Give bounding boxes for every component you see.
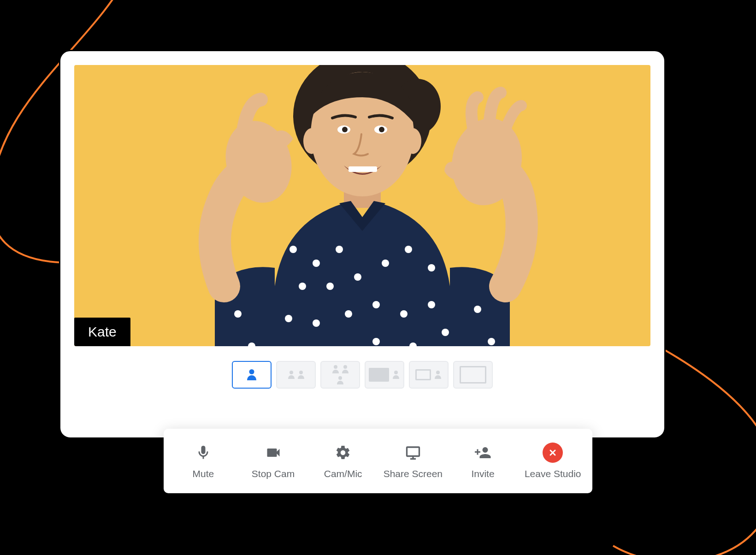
rect-icon — [415, 369, 431, 380]
svg-point-7 — [342, 127, 348, 132]
svg-point-21 — [313, 319, 320, 327]
svg-point-15 — [326, 283, 334, 290]
invite-label: Invite — [471, 468, 494, 479]
studio-panel: Kate — [59, 50, 666, 439]
stop-cam-label: Stop Cam — [252, 468, 295, 479]
stop-cam-button[interactable]: Stop Cam — [238, 429, 308, 493]
rect-icon — [369, 368, 389, 382]
layout-spotlight-rect[interactable] — [409, 361, 449, 389]
layout-spotlight-one[interactable] — [365, 361, 404, 389]
svg-point-20 — [285, 315, 292, 322]
svg-point-22 — [345, 310, 352, 318]
svg-point-13 — [336, 246, 343, 253]
mute-button[interactable]: Mute — [168, 429, 238, 493]
mic-icon — [193, 443, 213, 463]
leave-studio-button[interactable]: Leave Studio — [518, 429, 588, 493]
svg-point-16 — [354, 273, 361, 281]
share-screen-label: Share Screen — [384, 468, 443, 479]
layout-picker — [232, 361, 493, 389]
video-feed: Kate — [74, 65, 650, 346]
mute-label: Mute — [192, 468, 214, 479]
person-icon — [324, 376, 356, 384]
svg-point-5 — [405, 128, 421, 154]
svg-point-12 — [313, 260, 320, 267]
svg-point-17 — [382, 260, 389, 267]
participant-name: Kate — [88, 324, 117, 339]
invite-button[interactable]: Invite — [448, 429, 518, 493]
layout-blank[interactable] — [453, 361, 493, 389]
svg-point-30 — [442, 329, 449, 336]
person-icon — [341, 365, 349, 373]
leave-studio-label: Leave Studio — [525, 468, 581, 479]
svg-point-18 — [405, 246, 412, 253]
svg-point-24 — [400, 310, 408, 318]
person-icon — [297, 371, 305, 379]
rect-icon — [460, 366, 486, 384]
svg-point-4 — [303, 128, 320, 154]
layout-two[interactable] — [276, 361, 316, 389]
share-screen-button[interactable]: Share Screen — [378, 429, 448, 493]
svg-point-11 — [289, 246, 297, 253]
svg-point-9 — [379, 127, 384, 132]
layout-single[interactable] — [232, 361, 272, 389]
participant-video — [155, 65, 570, 346]
svg-point-14 — [299, 283, 306, 290]
layout-three[interactable] — [320, 361, 360, 389]
svg-point-33 — [474, 306, 481, 313]
screen-icon — [403, 443, 423, 463]
person-icon — [434, 371, 442, 379]
svg-point-23 — [372, 301, 380, 308]
svg-point-28 — [372, 338, 380, 345]
camera-icon — [263, 443, 284, 463]
person-icon — [246, 369, 257, 380]
svg-point-31 — [234, 310, 242, 318]
svg-point-19 — [428, 264, 435, 272]
person-icon — [331, 365, 340, 373]
close-icon — [543, 443, 563, 463]
svg-rect-37 — [407, 447, 419, 456]
participant-name-tag: Kate — [74, 318, 130, 346]
person-icon — [287, 371, 295, 379]
svg-point-25 — [428, 301, 435, 308]
cam-mic-label: Cam/Mic — [324, 468, 362, 479]
studio-toolbar: Mute Stop Cam Cam/Mic Share Screen Invit… — [164, 429, 592, 493]
person-plus-icon — [473, 443, 493, 463]
gear-icon — [333, 443, 353, 463]
cam-mic-button[interactable]: Cam/Mic — [308, 429, 378, 493]
person-icon — [392, 371, 400, 379]
svg-rect-10 — [348, 166, 377, 172]
svg-point-34 — [488, 338, 495, 345]
